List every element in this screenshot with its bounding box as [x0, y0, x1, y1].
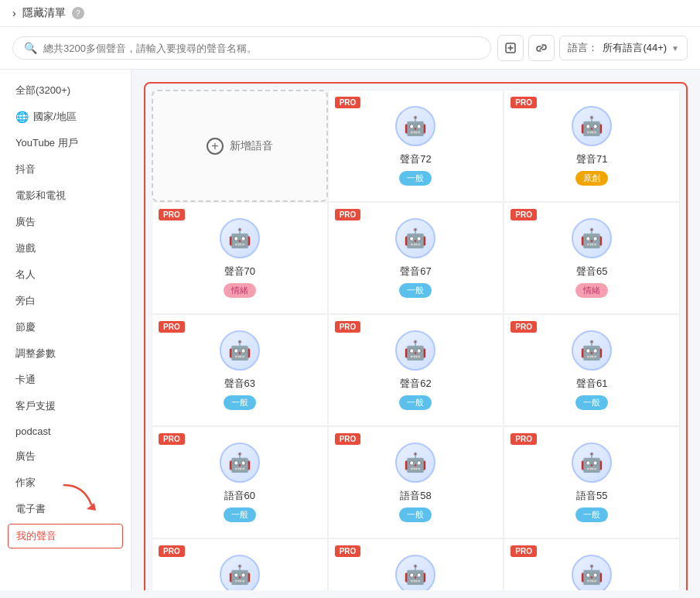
pro-badge: PRO [510, 433, 537, 445]
voice-card-55[interactable]: PRO 🤖 語音55 一般 [504, 426, 680, 538]
voice-card-65[interactable]: PRO 🤖 聲音65 情緒 [504, 202, 680, 314]
pro-badge: PRO [335, 97, 361, 108]
sidebar-item-movie[interactable]: 電影和電視 [0, 183, 131, 209]
robot-avatar: 🤖 [220, 330, 260, 371]
top-bar-title: 隱藏清單 [22, 6, 66, 20]
voice-card-partial-2[interactable]: PRO 🤖 [328, 538, 504, 590]
sidebar-item-narration[interactable]: 旁白 [0, 288, 131, 314]
robot-avatar: 🤖 [395, 330, 435, 371]
sidebar-item-support[interactable]: 客戶支援 [0, 393, 131, 419]
sidebar-item-game[interactable]: 遊戲 [0, 235, 131, 261]
export-icon-button[interactable] [497, 35, 524, 61]
sidebar-item-podcast[interactable]: podcast [0, 419, 131, 443]
search-input[interactable] [43, 43, 480, 54]
voice-tag: 原創 [575, 171, 608, 186]
voice-name: 聲音65 [576, 265, 607, 278]
sidebar-item-ad[interactable]: 廣告 [0, 209, 131, 235]
add-voice-button[interactable]: + 新增語音 [152, 90, 328, 202]
robot-avatar: 🤖 [572, 555, 612, 590]
sidebar-item-cartoon[interactable]: 卡通 [0, 367, 131, 393]
voice-tag: 一般 [575, 395, 608, 410]
voice-card-63[interactable]: PRO 🤖 聲音63 一般 [152, 314, 328, 426]
pro-badge: PRO [159, 433, 185, 445]
sidebar-item-myvoice[interactable]: 我的聲音 [8, 524, 123, 548]
language-value: 所有語言(44+) [603, 41, 667, 55]
voice-tag: 一般 [575, 507, 608, 522]
voice-name: 語音58 [400, 489, 431, 503]
plus-icon: + [207, 138, 224, 155]
sidebar-item-holiday[interactable]: 節慶 [0, 314, 131, 340]
top-bar: › 隱藏清單 ? [0, 0, 700, 27]
voice-tag: 一般 [399, 171, 432, 186]
voice-card-partial-1[interactable]: PRO 🤖 [152, 538, 328, 590]
pro-badge: PRO [510, 545, 537, 557]
sidebar-item-params[interactable]: 調整參數 [0, 340, 131, 367]
pro-badge: PRO [510, 321, 537, 333]
sidebar-item-author[interactable]: 作家 [0, 470, 131, 496]
robot-avatar: 🤖 [220, 218, 260, 258]
voice-tag: 一般 [399, 283, 432, 298]
help-icon[interactable]: ? [72, 7, 84, 19]
sidebar-item-all[interactable]: 全部(3200+) [0, 77, 131, 104]
main-layout: 全部(3200+) 🌐 國家/地區 YouTube 用戶 抖音 電影和電視 廣告… [0, 70, 700, 590]
sidebar-item-douyin[interactable]: 抖音 [0, 156, 131, 183]
sidebar-item-youtube[interactable]: YouTube 用戶 [0, 130, 131, 156]
robot-avatar: 🤖 [220, 555, 260, 590]
voice-card-70[interactable]: PRO 🤖 聲音70 情緒 [152, 202, 328, 314]
robot-avatar: 🤖 [395, 218, 435, 258]
pro-badge: PRO [335, 433, 361, 445]
voice-card-72[interactable]: PRO 🤖 聲音72 一般 [328, 90, 504, 202]
voices-grid: + 新增語音 PRO 🤖 聲音72 一般 PRO 🤖 聲音71 原創 PRO 🤖… [144, 82, 688, 590]
pro-badge: PRO [335, 209, 361, 220]
voice-card-71[interactable]: PRO 🤖 聲音71 原創 [504, 90, 680, 202]
link-icon-button[interactable] [528, 35, 555, 61]
sidebar: 全部(3200+) 🌐 國家/地區 YouTube 用戶 抖音 電影和電視 廣告… [0, 70, 131, 590]
pro-badge: PRO [335, 321, 361, 333]
pro-badge: PRO [159, 321, 185, 333]
pro-badge: PRO [159, 209, 185, 220]
pro-badge: PRO [510, 209, 537, 220]
globe-icon: 🌐 [15, 111, 29, 123]
voice-card-partial-3[interactable]: PRO 🤖 [504, 538, 680, 590]
search-input-wrap: 🔍 [12, 36, 491, 60]
content-area: + 新增語音 PRO 🤖 聲音72 一般 PRO 🤖 聲音71 原創 PRO 🤖… [131, 70, 700, 590]
voice-card-62[interactable]: PRO 🤖 聲音62 一般 [328, 314, 504, 426]
voice-tag: 情緒 [575, 283, 608, 298]
voice-card-58[interactable]: PRO 🤖 語音58 一般 [328, 426, 504, 538]
robot-avatar: 🤖 [395, 443, 435, 483]
sidebar-item-celebrity[interactable]: 名人 [0, 261, 131, 288]
search-actions: 語言： 所有語言(44+) ▼ [497, 35, 688, 61]
voice-name: 聲音72 [400, 152, 431, 166]
voice-tag: 一般 [224, 507, 256, 522]
robot-avatar: 🤖 [572, 218, 612, 258]
search-icon: 🔍 [24, 42, 37, 54]
robot-avatar: 🤖 [220, 443, 260, 483]
voice-card-60[interactable]: PRO 🤖 語音60 一般 [152, 426, 328, 538]
voice-name: 聲音63 [224, 377, 255, 391]
robot-avatar: 🤖 [395, 555, 435, 590]
voice-tag: 一般 [399, 395, 432, 410]
language-label: 語言： [568, 41, 598, 55]
voice-card-67[interactable]: PRO 🤖 聲音67 一般 [328, 202, 504, 314]
pro-badge: PRO [510, 97, 537, 108]
voice-name: 聲音70 [224, 265, 255, 278]
chevron-down-icon: ▼ [671, 44, 679, 53]
voice-tag: 一般 [399, 507, 432, 522]
back-arrow-icon: › [12, 7, 16, 19]
voice-name: 聲音71 [576, 152, 607, 166]
search-bar: 🔍 語言： 所有語言(44+) ▼ [0, 27, 700, 70]
pro-badge: PRO [335, 545, 361, 557]
robot-avatar: 🤖 [572, 106, 612, 146]
voice-name: 聲音61 [576, 377, 607, 391]
voice-name: 語音55 [576, 489, 607, 503]
voice-tag: 一般 [224, 395, 256, 410]
voice-name: 語音60 [224, 489, 255, 503]
add-voice-label: 新增語音 [230, 139, 273, 153]
voice-name: 聲音67 [400, 265, 431, 278]
sidebar-item-ad2[interactable]: 廣告 [0, 443, 131, 470]
robot-avatar: 🤖 [572, 443, 612, 483]
voice-card-61[interactable]: PRO 🤖 聲音61 一般 [504, 314, 680, 426]
language-selector[interactable]: 語言： 所有語言(44+) ▼ [559, 36, 688, 60]
sidebar-item-region[interactable]: 🌐 國家/地區 [0, 104, 131, 130]
sidebar-item-ebook[interactable]: 電子書 [0, 496, 131, 522]
